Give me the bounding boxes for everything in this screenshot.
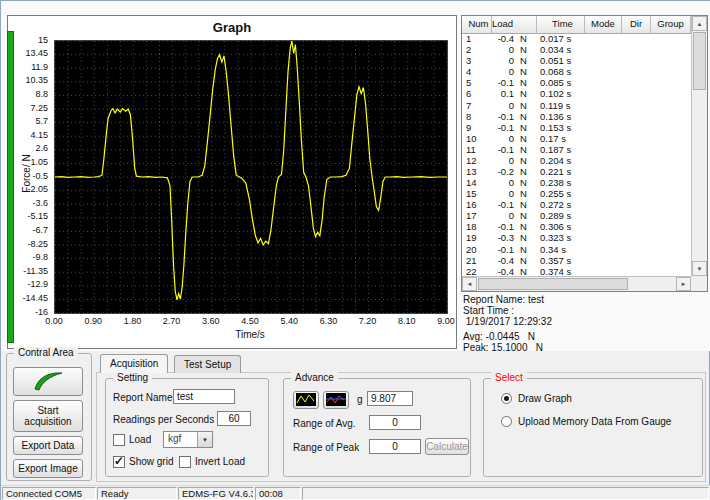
summary-panel: Report Name: test Start Time : 1/19/2017… (463, 294, 708, 350)
x-axis-ticks: 0.000.901.802.703.604.505.406.307.208.10… (54, 316, 448, 327)
x-tick-label: 1.80 (114, 316, 150, 326)
table-row[interactable]: 100N0.17 s (462, 133, 691, 144)
cell-time: 0.204 s (536, 155, 584, 166)
y-tick-label: 5.7 (12, 117, 48, 126)
table-row[interactable]: 9-0.1N0.153 s (462, 122, 691, 133)
load-checkbox[interactable] (113, 434, 125, 446)
chevron-down-icon[interactable]: ▼ (197, 432, 212, 447)
mini-chart-yellow-icon (296, 393, 316, 408)
table-row[interactable]: 140N0.238 s (462, 177, 691, 188)
cell-num: 3 (462, 55, 492, 66)
column-header-group[interactable]: Group (651, 16, 691, 33)
x-tick-label: 0.90 (75, 316, 111, 326)
export-data-button[interactable]: Export Data (13, 436, 83, 455)
cell-time: 0.323 s (536, 232, 584, 243)
horizontal-scrollbar[interactable]: ◄ ► (462, 276, 691, 291)
start-time-value: 1/19/2017 12:29:32 (463, 316, 708, 327)
cell-load: -0.2N (492, 166, 536, 177)
right-arrow-icon[interactable]: ► (676, 277, 691, 291)
table-row[interactable]: 30N0.051 s (462, 55, 691, 66)
draw-graph-radio[interactable] (501, 393, 512, 404)
force-time-plot (55, 41, 447, 313)
table-row[interactable]: 21-0.4N0.357 s (462, 255, 691, 266)
table-row[interactable]: 70N0.119 s (462, 99, 691, 110)
up-arrow-icon[interactable]: ▲ (692, 16, 707, 31)
cell-time: 0.085 s (536, 77, 584, 88)
table-row[interactable]: 11-0.1N0.187 s (462, 144, 691, 155)
upload-memory-radio[interactable] (501, 416, 512, 427)
table-row[interactable]: 19-0.3N0.323 s (462, 232, 691, 243)
invert-load-checkbox[interactable] (179, 456, 191, 468)
cell-load: 0N (492, 210, 536, 221)
vertical-scroll-thumb[interactable] (693, 32, 706, 90)
y-tick-label: 11.9 (12, 63, 48, 72)
vertical-scrollbar[interactable]: ▲ ▼ (691, 16, 707, 276)
status-ready: Ready (97, 487, 177, 500)
y-axis-ticks: 1513.4511.910.358.87.255.74.152.61.05-0.… (12, 40, 50, 312)
table-row[interactable]: 40N0.068 s (462, 66, 691, 77)
calculate-button[interactable]: Calculate (425, 438, 469, 455)
y-tick-label: -6.7 (12, 226, 48, 235)
g-input[interactable]: 9.807 (367, 391, 413, 406)
table-row[interactable]: 18-0.1N0.306 s (462, 221, 691, 232)
show-grid-checkbox[interactable] (113, 456, 125, 468)
cell-load: 0N (492, 66, 536, 77)
column-header-mode[interactable]: Mode (585, 16, 622, 33)
status-connection: Connected COM5 (2, 487, 96, 500)
table-row[interactable]: 170N0.289 s (462, 210, 691, 221)
avg-value: Avg: -0.0445 N (463, 331, 708, 342)
cell-load: -0.1N (492, 77, 536, 88)
show-grid-label: Show grid (129, 456, 173, 467)
y-tick-label: -9.8 (12, 253, 48, 262)
cell-num: 13 (462, 166, 492, 177)
horizontal-scroll-thumb[interactable] (478, 278, 628, 290)
tab-test-setup[interactable]: Test Setup (174, 355, 241, 373)
y-tick-label: 8.8 (12, 90, 48, 99)
left-arrow-icon[interactable]: ◄ (462, 277, 477, 291)
cell-time: 0.357 s (536, 255, 584, 266)
column-header-time[interactable]: Time (537, 16, 585, 33)
table-row[interactable]: 16-0.1N0.272 s (462, 199, 691, 210)
table-row[interactable]: 5-0.1N0.085 s (462, 77, 691, 88)
export-image-button[interactable]: Export Image (13, 459, 83, 478)
device-icon-button[interactable] (13, 367, 83, 396)
table-row[interactable]: 1-0.4N0.017 s (462, 33, 691, 44)
range-avg-input[interactable]: 0 (369, 415, 421, 430)
y-tick-label: 10.35 (12, 76, 48, 85)
table-row[interactable]: 150N0.255 s (462, 188, 691, 199)
select-group: Select (483, 378, 703, 477)
setting-group-title: Setting (113, 372, 152, 384)
start-acquisition-button[interactable]: Start acquisition (13, 400, 83, 432)
x-tick-label: 4.50 (232, 316, 268, 326)
peak-chart-icon-button[interactable] (323, 391, 349, 409)
x-tick-label: 8.10 (389, 316, 425, 326)
table-row[interactable]: 8-0.1N0.136 s (462, 111, 691, 122)
cell-num: 1 (462, 33, 492, 44)
y-tick-label: 4.15 (12, 131, 48, 140)
report-name-field-label: Report Name (113, 392, 172, 403)
table-row[interactable]: 20-0.1N0.34 s (462, 243, 691, 254)
table-row[interactable]: 13-0.2N0.221 s (462, 166, 691, 177)
readings-input[interactable]: 60 (217, 411, 251, 426)
cell-time: 0.238 s (536, 177, 584, 188)
report-name-input[interactable]: test (173, 389, 235, 404)
tab-acquisition[interactable]: Acquisition (100, 354, 168, 373)
table-row[interactable]: 60.1N0.102 s (462, 88, 691, 99)
column-header-num[interactable]: Num (462, 16, 492, 33)
cell-load: -0.1N (492, 122, 536, 133)
cell-time: 0.017 s (536, 33, 584, 44)
cell-time: 0.187 s (536, 144, 584, 155)
down-arrow-icon[interactable]: ▼ (692, 261, 707, 276)
unit-dropdown[interactable]: kgf ▼ (163, 431, 213, 448)
data-table: Num Load Time Mode Dir Group 1-0.4N0.017… (461, 15, 708, 292)
avg-chart-icon-button[interactable] (293, 391, 319, 409)
cell-time: 0.153 s (536, 122, 584, 133)
range-peak-input[interactable]: 0 (369, 439, 421, 454)
cell-num: 20 (462, 244, 492, 255)
status-bar: Connected COM5 Ready EDMS-FG V4.6.3 00:0… (1, 485, 710, 500)
y-tick-label: 7.25 (12, 104, 48, 113)
table-row[interactable]: 120N0.204 s (462, 155, 691, 166)
table-row[interactable]: 20N0.034 s (462, 44, 691, 55)
column-header-load[interactable]: Load (492, 16, 537, 33)
column-header-dir[interactable]: Dir (622, 16, 651, 33)
